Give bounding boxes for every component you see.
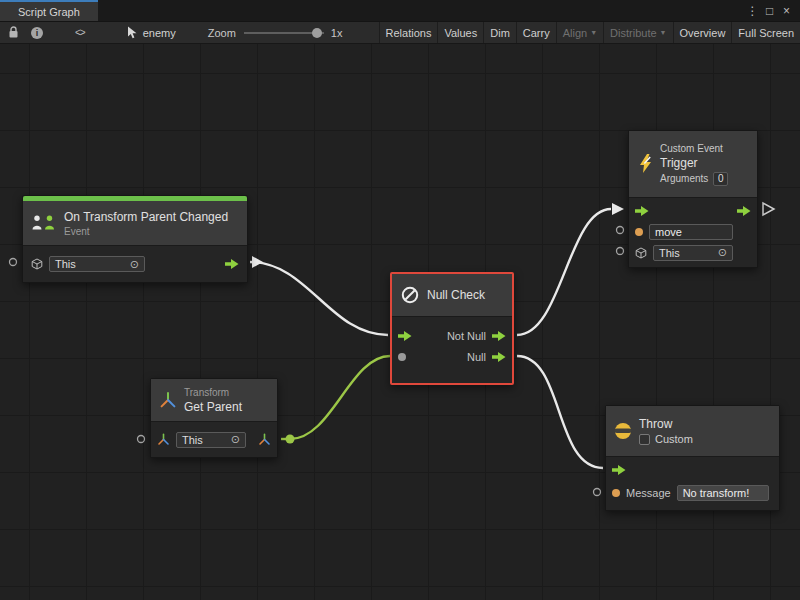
transform-port-icon[interactable] [157, 433, 170, 446]
gameobject-cube-icon [635, 247, 647, 259]
arguments-label: Arguments [660, 173, 708, 184]
pointer-icon [127, 26, 138, 39]
transform-icon [159, 391, 177, 409]
button-label: Align [563, 27, 587, 39]
button-label: Dim [490, 27, 510, 39]
object-picker-icon[interactable]: ⊙ [130, 258, 139, 271]
dim-button[interactable]: Dim [483, 22, 516, 43]
carry-button[interactable]: Carry [516, 22, 556, 43]
gameobject-cube-icon [31, 258, 43, 270]
null-port-label: Null [467, 351, 486, 363]
flow-input-arrow-icon[interactable] [398, 331, 412, 341]
window-controls: ⋮ □ × [744, 0, 800, 21]
message-port-label: Message [626, 487, 671, 499]
event-name-field[interactable]: move [649, 224, 733, 240]
button-label: Relations [386, 27, 432, 39]
node-category: Transform [184, 387, 242, 398]
node-get-parent[interactable]: Transform Get Parent This ⊙ [150, 378, 278, 458]
node-throw[interactable]: Throw Custom Message No transform! [605, 405, 780, 511]
custom-event-bolt-icon [637, 154, 653, 174]
graph-toolbar: i <> enemy Zoom 1x Relations Values Dim … [0, 22, 800, 44]
null-check-icon [400, 285, 420, 305]
node-subtitle: Event [64, 226, 228, 237]
align-button[interactable]: Align▼ [556, 22, 603, 43]
node-custom-event-trigger[interactable]: Custom Event Trigger Arguments 0 [628, 130, 758, 268]
flow-input-arrow-icon[interactable] [612, 465, 626, 475]
dropdown-value: This [659, 247, 680, 259]
overview-button[interactable]: Overview [673, 22, 732, 43]
flow-output-arrow-icon[interactable] [492, 331, 506, 341]
toolbar-buttons: Relations Values Dim Carry Align▼ Distri… [379, 22, 800, 43]
event-this-dropdown[interactable]: This ⊙ [49, 256, 145, 272]
button-label: Carry [523, 27, 550, 39]
node-title: Throw [639, 417, 693, 431]
flow-output-arrow-icon[interactable] [492, 352, 506, 362]
info-glyph: i [36, 28, 39, 38]
graph-name: enemy [143, 27, 176, 39]
node-category: Custom Event [660, 143, 728, 154]
tab-script-graph[interactable]: Script Graph [0, 0, 98, 21]
zoom-slider-handle[interactable] [312, 28, 322, 38]
flow-input-arrow-icon[interactable] [635, 206, 649, 216]
chevron-down-icon: ▼ [590, 29, 597, 36]
button-label: Overview [680, 27, 726, 39]
getparent-this-dropdown[interactable]: This ⊙ [176, 432, 246, 448]
message-field[interactable]: No transform! [677, 485, 769, 501]
dropdown-value: This [182, 434, 203, 446]
arguments-count-field[interactable]: 0 [713, 172, 728, 186]
dropdown-value: This [55, 258, 76, 270]
transform-parent-changed-icon [31, 214, 57, 232]
lock-icon[interactable] [8, 26, 19, 39]
close-icon[interactable]: × [778, 0, 795, 22]
throw-icon [614, 422, 632, 440]
object-picker-icon[interactable]: ⊙ [718, 246, 727, 259]
tab-label: Script Graph [18, 6, 80, 18]
window-menu-icon[interactable]: ⋮ [744, 0, 761, 22]
button-label: Full Screen [738, 27, 794, 39]
zoom-value: 1x [331, 27, 343, 39]
node-title: On Transform Parent Changed [64, 210, 228, 224]
button-label: Distribute [610, 27, 656, 39]
string-value-port[interactable] [635, 228, 643, 236]
chevron-down-icon: ▼ [660, 29, 667, 36]
unity-editor-window: Script Graph ⋮ □ × i <> enemy Zoom 1 [0, 0, 800, 600]
graph-reference[interactable]: enemy [127, 26, 176, 39]
distribute-button[interactable]: Distribute▼ [603, 22, 672, 43]
node-title: Trigger [660, 156, 728, 170]
node-title: Null Check [427, 288, 485, 302]
info-icon[interactable]: i [31, 27, 43, 39]
customevent-this-dropdown[interactable]: This ⊙ [653, 245, 733, 261]
node-null-check[interactable]: Null Check Not Null Null [390, 272, 514, 385]
transform-output-port-icon[interactable] [258, 433, 271, 446]
custom-checkbox-label: Custom [655, 433, 693, 445]
flow-output-arrow-icon[interactable] [225, 259, 239, 269]
custom-checkbox[interactable] [639, 434, 650, 445]
string-value-port[interactable] [612, 489, 620, 497]
node-on-transform-parent-changed[interactable]: On Transform Parent Changed Event This ⊙ [22, 195, 248, 283]
zoom-slider[interactable] [244, 27, 324, 39]
node-title: Get Parent [184, 400, 242, 414]
zoom-label: Zoom [208, 27, 236, 39]
object-value-port[interactable] [398, 353, 406, 361]
flow-output-arrow-icon[interactable] [737, 206, 751, 216]
button-label: Values [444, 27, 477, 39]
window-tab-bar: Script Graph ⋮ □ × [0, 0, 800, 22]
full-screen-button[interactable]: Full Screen [731, 22, 800, 43]
values-button[interactable]: Values [437, 22, 483, 43]
not-null-port-label: Not Null [447, 330, 486, 342]
maximize-icon[interactable]: □ [761, 0, 778, 22]
relations-button[interactable]: Relations [379, 22, 438, 43]
object-picker-icon[interactable]: ⊙ [231, 433, 240, 446]
code-view-icon[interactable]: <> [75, 27, 85, 38]
